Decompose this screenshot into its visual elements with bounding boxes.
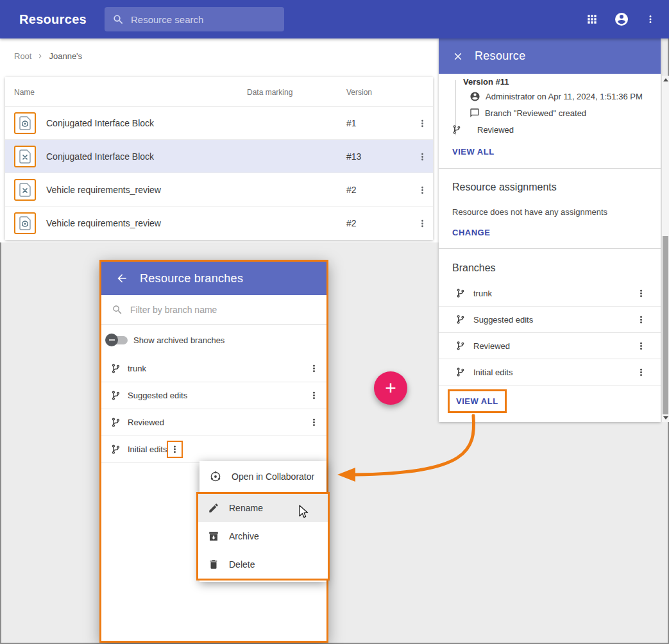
- menu-group-highlight: Rename Archive Delete: [196, 492, 330, 580]
- branch-more-vertical-icon[interactable]: [636, 288, 647, 299]
- history-event: Branch "Reviewed" created: [470, 108, 586, 118]
- resource-search-input[interactable]: [131, 14, 276, 25]
- show-archived-label: Show archived branches: [133, 335, 224, 345]
- breadcrumb-current[interactable]: Joanne's: [49, 51, 82, 61]
- dialog-branch-row-suggested-edits[interactable]: Suggested edits: [101, 382, 326, 409]
- branch-icon: [110, 444, 121, 455]
- assignments-change-link[interactable]: CHANGE: [452, 228, 490, 237]
- resource-table: Name Data marking Version Conjugated Int…: [5, 77, 433, 240]
- top-app-bar: Resources: [0, 0, 669, 38]
- resource-version: #2: [346, 218, 357, 228]
- scroll-up-arrow[interactable]: [662, 76, 669, 84]
- resource-name: Conjugated Interface Block: [46, 118, 154, 128]
- trash-icon: [208, 559, 219, 570]
- table-row[interactable]: Vehicle requirements_review #2: [5, 207, 433, 240]
- branch-more-vertical-icon[interactable]: [636, 367, 647, 378]
- scroll-down-arrow[interactable]: [662, 414, 669, 422]
- history-view-all-link[interactable]: VIEW ALL: [452, 147, 495, 157]
- branch-icon: [455, 367, 466, 377]
- resource-panel-header: Resource: [439, 38, 661, 74]
- branch-row-suggested-edits[interactable]: Suggested edits: [439, 307, 661, 333]
- table-header: Name Data marking Version: [5, 77, 433, 106]
- dialog-title: Resource branches: [140, 272, 243, 285]
- dialog-branch-row-reviewed[interactable]: Reviewed: [101, 409, 326, 436]
- branch-more-vertical-icon[interactable]: [307, 388, 321, 403]
- resource-name: Conjugated Interface Block: [46, 151, 154, 162]
- add-resource-fab[interactable]: +: [374, 371, 407, 405]
- branch-icon: [455, 314, 466, 325]
- row-more-vertical-icon[interactable]: [414, 115, 430, 131]
- account-icon[interactable]: [614, 12, 629, 27]
- history-event: Administrator on Apr 11, 2024, 1:51:36 P…: [470, 91, 643, 102]
- branch-more-vertical-icon[interactable]: [636, 341, 647, 352]
- menu-item-label: Rename: [229, 503, 263, 513]
- toggle-thumb: [105, 334, 118, 346]
- branch-name: trunk: [128, 364, 146, 373]
- resource-detail-panel: Resource Version #11 Administrator on Ap…: [439, 38, 661, 422]
- resource-name: Vehicle requirements_review: [46, 218, 161, 228]
- branch-row-initial-edits[interactable]: Initial edits: [439, 359, 661, 386]
- pencil-icon: [208, 502, 219, 514]
- branch-more-vertical-icon[interactable]: [307, 415, 321, 430]
- menu-item-label: Delete: [229, 559, 255, 570]
- back-arrow-icon[interactable]: [115, 272, 128, 285]
- archive-icon: [208, 530, 219, 542]
- topbar-actions: [586, 12, 656, 27]
- menu-item-rename[interactable]: Rename: [198, 494, 328, 522]
- scrollbar-thumb[interactable]: [663, 236, 668, 414]
- chevron-right-icon: [36, 52, 44, 60]
- interface-block-icon: [14, 112, 36, 134]
- resource-version: #13: [346, 151, 361, 162]
- app-title: Resources: [19, 12, 87, 27]
- column-header-version: Version: [346, 88, 372, 97]
- branch-name: Initial edits: [128, 445, 167, 454]
- branch-name: Suggested edits: [473, 315, 533, 325]
- vertical-scrollbar[interactable]: [661, 76, 669, 422]
- branches-title: Branches: [452, 262, 496, 274]
- resource-version: #2: [346, 185, 357, 195]
- resource-branches-dialog: Resource branches Show archived branches…: [99, 260, 328, 643]
- row-more-vertical-icon[interactable]: [414, 182, 430, 198]
- resource-search[interactable]: [105, 7, 284, 31]
- branch-row-reviewed[interactable]: Reviewed: [439, 333, 661, 359]
- breadcrumb-root[interactable]: Root: [14, 51, 31, 61]
- panel-title: Resource: [475, 49, 525, 63]
- branch-more-vertical-icon[interactable]: [307, 361, 321, 376]
- divider: [439, 168, 661, 169]
- document-icon: [14, 179, 36, 201]
- more-vertical-icon[interactable]: [645, 13, 656, 25]
- document-icon: [14, 146, 36, 167]
- row-more-vertical-icon[interactable]: [414, 216, 430, 231]
- dialog-branch-row-initial-edits[interactable]: Initial edits: [101, 436, 326, 463]
- branch-more-vertical-icon[interactable]: [169, 444, 180, 455]
- row-more-vertical-icon[interactable]: [414, 149, 430, 164]
- branches-view-all-link[interactable]: VIEW ALL: [456, 396, 498, 406]
- dialog-branch-row-trunk[interactable]: trunk: [101, 355, 326, 382]
- branch-more-vertical-icon[interactable]: [636, 314, 647, 325]
- branch-row-trunk[interactable]: trunk: [439, 280, 661, 307]
- menu-item-open-in-collaborator[interactable]: Open in Collaborator: [199, 462, 326, 491]
- resource-version: #1: [346, 118, 357, 128]
- history-event-text: Administrator on Apr 11, 2024, 1:51:36 P…: [486, 92, 643, 101]
- version-label: Version #11: [463, 77, 509, 87]
- apps-grid-icon[interactable]: [586, 13, 598, 26]
- show-archived-toggle[interactable]: [105, 334, 128, 346]
- menu-item-label: Open in Collaborator: [232, 471, 314, 482]
- menu-item-archive[interactable]: Archive: [198, 522, 328, 550]
- branch-filter-input[interactable]: [130, 305, 316, 315]
- app-window: Resources Root Joanne's: [0, 0, 669, 644]
- assignments-title: Resource assignments: [452, 182, 557, 193]
- history-event: Reviewed: [452, 124, 514, 135]
- show-archived-row: Show archived branches: [101, 325, 326, 355]
- menu-item-delete[interactable]: Delete: [198, 550, 328, 579]
- table-row-selected[interactable]: Conjugated Interface Block #13: [5, 140, 433, 173]
- branch-name: trunk: [473, 289, 492, 298]
- table-row[interactable]: Vehicle requirements_review #2: [5, 173, 433, 207]
- branch-icon: [455, 341, 466, 351]
- table-row[interactable]: Conjugated Interface Block #1: [5, 106, 433, 140]
- close-icon[interactable]: [452, 51, 464, 62]
- dialog-header: Resource branches: [101, 262, 326, 295]
- branch-icon: [110, 417, 121, 428]
- assignments-empty-message: Resource does not have any assignments: [452, 207, 607, 217]
- branch-filter[interactable]: [101, 295, 326, 325]
